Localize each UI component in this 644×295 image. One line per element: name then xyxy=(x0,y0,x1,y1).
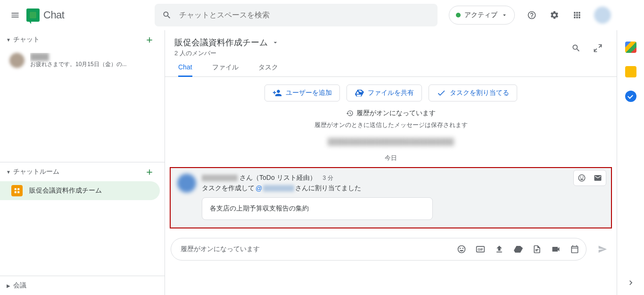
caret-down-icon: ▼ xyxy=(4,37,13,42)
svg-rect-3 xyxy=(17,191,19,193)
mention-redacted xyxy=(263,185,294,192)
search-input[interactable] xyxy=(179,11,430,19)
send-button[interactable] xyxy=(594,241,611,258)
drive-button[interactable] xyxy=(510,241,527,258)
room-search-button[interactable] xyxy=(567,39,586,58)
chevron-down-icon xyxy=(501,12,508,18)
main-menu-button[interactable] xyxy=(4,4,26,26)
history-notice: 履歴がオンになっています 履歴がオンのときに送信したメッセージは保存されます xyxy=(165,106,617,132)
search-bar[interactable] xyxy=(155,4,438,26)
main-content: 販促会議資料作成チーム 2 人のメンバー Chat ファイル タスク ユーザーを… xyxy=(165,30,617,295)
svg-rect-0 xyxy=(15,188,17,190)
drive-icon xyxy=(355,88,364,98)
chat-preview: お疲れさまです。10月15日（金）の... xyxy=(30,60,159,68)
sidebar-section-meet[interactable]: ▶ 会議 xyxy=(0,276,165,295)
message-body: タスクを作成して @ さんに割り当てました xyxy=(202,184,604,193)
room-member-count: 2 人のメンバー xyxy=(174,49,567,58)
tab-tasks[interactable]: タスク xyxy=(258,63,278,76)
assign-task-chip[interactable]: タスクを割り当てる xyxy=(429,84,517,101)
account-avatar[interactable] xyxy=(594,7,611,24)
app-logo[interactable]: Chat xyxy=(26,8,64,22)
collapse-button[interactable] xyxy=(588,39,607,58)
tab-chat[interactable]: Chat xyxy=(178,63,192,77)
top-bar: Chat アクティブ xyxy=(0,0,644,30)
upload-button[interactable] xyxy=(491,241,508,258)
add-chat-button[interactable]: ＋ xyxy=(142,32,157,47)
add-room-button[interactable]: ＋ xyxy=(142,164,157,179)
message-actions xyxy=(573,170,606,186)
task-card[interactable]: 各支店の上期予算収支報告の集約 xyxy=(202,197,433,220)
message-author-suffix: さん（ToDo リスト経由） xyxy=(239,174,316,182)
apps-button[interactable] xyxy=(568,6,586,25)
room-label: 販促会議資料作成チーム xyxy=(29,186,102,195)
search-icon xyxy=(162,10,172,20)
date-separator: 今日 xyxy=(165,154,617,162)
room-tabs: Chat ファイル タスク xyxy=(165,58,617,77)
status-label: アクティブ xyxy=(464,11,497,19)
chevron-down-icon[interactable] xyxy=(272,39,279,46)
composer-placeholder: 履歴がオンになっています xyxy=(181,245,451,253)
caret-down-icon: ▼ xyxy=(4,169,13,175)
composer[interactable]: 履歴がオンになっています GIF xyxy=(171,238,586,261)
calendar-button[interactable] xyxy=(566,241,583,258)
room-list-item-selected[interactable]: 販促会議資料作成チーム xyxy=(0,181,160,200)
sidebar: ▼ チャット ＋ ████ お疲れさまです。10月15日（金）の... ▼ チャ… xyxy=(0,30,165,295)
status-selector[interactable]: アクティブ xyxy=(449,6,515,25)
tasks-app-icon[interactable] xyxy=(625,91,636,102)
share-file-chip[interactable]: ファイルを共有 xyxy=(347,84,422,101)
tab-files[interactable]: ファイル xyxy=(212,63,239,76)
calendar-app-icon[interactable] xyxy=(625,42,636,53)
help-button[interactable] xyxy=(522,6,541,25)
app-title: Chat xyxy=(43,9,64,21)
chat-item-avatar xyxy=(9,53,25,68)
react-button[interactable] xyxy=(574,170,590,185)
message-time: 3 分 xyxy=(323,174,333,182)
emoji-button[interactable] xyxy=(453,241,470,258)
highlighted-message: さん（ToDo リスト経由） 3 分 タスクを作成して @ さんに割り当てました… xyxy=(170,167,612,228)
sidebar-section-chat[interactable]: ▼ チャット ＋ xyxy=(0,30,165,49)
svg-rect-1 xyxy=(17,188,19,190)
side-panel xyxy=(617,30,644,295)
gif-button[interactable]: GIF xyxy=(472,241,489,258)
video-button[interactable] xyxy=(547,241,564,258)
message-author-redacted xyxy=(202,175,238,181)
room-icon xyxy=(11,185,23,196)
chat-list-item[interactable]: ████ お疲れさまです。10月15日（金）の... xyxy=(0,49,165,72)
caret-right-icon: ▶ xyxy=(4,283,13,288)
keep-app-icon[interactable] xyxy=(625,66,636,77)
message-avatar xyxy=(177,174,196,193)
room-title: 販促会議資料作成チーム xyxy=(174,37,268,48)
active-status-dot xyxy=(456,13,461,17)
doc-button[interactable] xyxy=(528,241,545,258)
add-user-chip[interactable]: ユーザーを追加 xyxy=(264,84,340,101)
task-icon xyxy=(437,88,446,98)
svg-rect-2 xyxy=(15,191,17,193)
forward-button[interactable] xyxy=(590,170,606,185)
side-panel-collapse[interactable] xyxy=(626,278,636,289)
settings-button[interactable] xyxy=(545,6,564,25)
add-user-icon xyxy=(272,88,282,98)
svg-text:GIF: GIF xyxy=(478,248,483,251)
redacted-system-line: ███████████████████████████ xyxy=(165,138,617,145)
history-icon xyxy=(346,110,354,117)
quick-actions: ユーザーを追加 ファイルを共有 タスクを割り当てる xyxy=(165,77,617,106)
room-header: 販促会議資料作成チーム 2 人のメンバー xyxy=(165,30,617,58)
sidebar-section-rooms[interactable]: ▼ チャットルーム ＋ xyxy=(0,162,165,181)
